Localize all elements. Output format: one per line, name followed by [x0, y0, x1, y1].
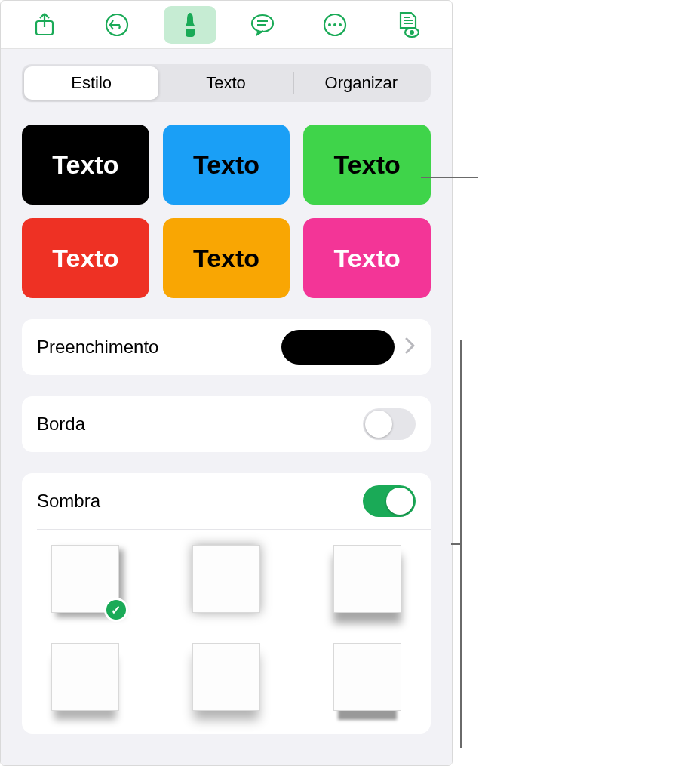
style-preset-2[interactable]: Texto	[303, 125, 431, 205]
inspector-tabs: Estilo Texto Organizar	[22, 64, 431, 102]
shadow-row: Sombra	[22, 473, 431, 529]
shadow-preview	[333, 545, 401, 613]
svg-point-14	[410, 30, 414, 35]
format-inspector-panel: Estilo Texto Organizar TextoTextoTextoTe…	[0, 0, 453, 766]
shadow-option-1[interactable]	[192, 545, 260, 613]
share-button[interactable]	[18, 6, 71, 44]
tab-text-label: Texto	[206, 73, 246, 93]
undo-button[interactable]	[91, 6, 143, 44]
toggle-knob	[386, 488, 413, 515]
shadow-card: Sombra ✓	[22, 473, 431, 734]
shadow-option-0[interactable]: ✓	[51, 545, 119, 613]
shadow-preview	[192, 643, 260, 711]
checkmark-icon: ✓	[104, 598, 128, 622]
style-preset-3[interactable]: Texto	[22, 218, 149, 298]
toggle-knob	[365, 411, 392, 438]
more-button[interactable]	[309, 6, 361, 44]
text-bubble-icon	[250, 12, 275, 38]
tab-text[interactable]: Texto	[158, 66, 293, 100]
style-preset-1[interactable]: Texto	[163, 125, 290, 205]
more-icon	[322, 12, 348, 38]
document-view-icon	[396, 11, 420, 38]
style-preset-5[interactable]: Texto	[303, 218, 431, 298]
fill-label: Preenchimento	[37, 337, 281, 358]
svg-point-9	[339, 23, 342, 26]
chevron-right-icon	[405, 335, 416, 359]
shadow-option-5[interactable]	[333, 643, 401, 711]
share-icon	[33, 12, 56, 38]
shadow-preview	[333, 643, 401, 711]
inspector-content: Estilo Texto Organizar TextoTextoTextoTe…	[1, 49, 452, 765]
tab-style[interactable]: Estilo	[24, 66, 158, 100]
svg-point-8	[333, 23, 336, 26]
style-preset-grid: TextoTextoTextoTextoTextoTexto	[22, 125, 431, 298]
svg-rect-2	[186, 26, 195, 29]
document-view-button[interactable]	[382, 6, 434, 44]
undo-icon	[104, 12, 130, 38]
svg-point-7	[328, 23, 331, 26]
shadow-toggle[interactable]	[363, 485, 416, 517]
style-preset-4[interactable]: Texto	[163, 218, 290, 298]
tab-arrange[interactable]: Organizar	[294, 66, 428, 100]
shadow-options-grid: ✓	[22, 530, 431, 734]
format-button[interactable]	[164, 6, 216, 44]
tab-style-label: Estilo	[71, 73, 112, 93]
brush-icon	[179, 11, 201, 38]
callout-line	[451, 543, 462, 545]
shadow-option-3[interactable]	[51, 643, 119, 711]
shadow-label: Sombra	[37, 491, 363, 512]
callout-line	[421, 177, 478, 178]
shadow-preview	[51, 643, 119, 711]
svg-point-3	[252, 15, 273, 32]
toolbar	[1, 1, 452, 49]
shadow-option-4[interactable]	[192, 643, 260, 711]
fill-row[interactable]: Preenchimento	[22, 319, 431, 375]
border-card: Borda	[22, 396, 431, 452]
border-toggle[interactable]	[363, 408, 416, 440]
fill-card: Preenchimento	[22, 319, 431, 375]
shadow-option-2[interactable]	[333, 545, 401, 613]
border-row: Borda	[22, 396, 431, 452]
border-label: Borda	[37, 414, 363, 435]
shadow-preview	[192, 545, 260, 613]
comment-button[interactable]	[236, 6, 289, 44]
tab-arrange-label: Organizar	[325, 73, 398, 93]
fill-swatch	[281, 330, 395, 365]
style-preset-0[interactable]: Texto	[22, 125, 149, 205]
